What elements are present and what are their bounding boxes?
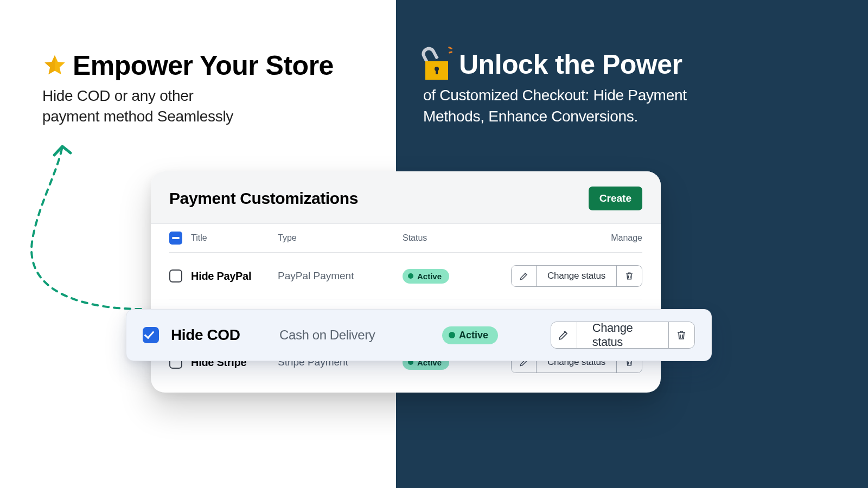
trash-icon — [675, 329, 688, 342]
change-status-button[interactable]: Change status — [537, 266, 617, 286]
status-badge: Active — [442, 326, 498, 344]
hero-right-sub-line1: of Customized Checkout: Hide Payment — [423, 87, 687, 104]
hero-left-sub-line1: Hide COD or any other — [42, 87, 194, 104]
select-all-checkbox[interactable] — [169, 232, 182, 245]
table-header: Title Type Status Manage — [151, 224, 661, 253]
status-text: Active — [417, 272, 442, 281]
dashed-arrow-icon — [5, 136, 168, 331]
column-manage: Manage — [511, 233, 642, 243]
unlock-icon — [423, 49, 451, 80]
status-badge: Active — [403, 269, 449, 284]
hero-right-title: Unlock the Power — [459, 49, 682, 80]
table-row-highlighted: Hide COD Cash on Delivery Active Change … — [126, 309, 712, 361]
pencil-icon — [557, 329, 570, 342]
delete-button[interactable] — [669, 322, 694, 348]
column-status: Status — [403, 233, 511, 243]
status-text: Active — [459, 330, 488, 341]
row-actions: Change status — [551, 322, 695, 349]
row-checkbox[interactable] — [169, 269, 182, 282]
row-type: Cash on Delivery — [279, 328, 442, 343]
hero-right-sub-line2: Methods, Enhance Conversions. — [423, 108, 638, 125]
change-status-button[interactable]: Change status — [577, 322, 669, 348]
column-title: Title — [191, 233, 278, 243]
edit-button[interactable] — [551, 322, 577, 348]
trash-icon — [624, 271, 635, 281]
row-title: Hide COD — [171, 326, 279, 344]
create-button[interactable]: Create — [589, 187, 642, 210]
hero-right-sub: of Customized Checkout: Hide Payment Met… — [423, 85, 814, 127]
edit-button[interactable] — [512, 266, 537, 286]
hero-left-title: Empower Your Store — [73, 50, 334, 81]
row-type: PayPal Payment — [278, 270, 403, 282]
star-icon — [42, 53, 67, 78]
row-title: Hide PayPal — [191, 270, 278, 282]
hero-left-sub-line2: payment method Seamlessly — [42, 108, 233, 125]
hero-left: Empower Your Store Hide COD or any other… — [42, 50, 368, 127]
row-actions: Change status — [511, 265, 642, 287]
card-header: Payment Customizations Create — [151, 171, 661, 224]
hero-left-sub: Hide COD or any other payment method Sea… — [42, 86, 368, 127]
column-type: Type — [278, 233, 403, 243]
table-row: Hide PayPal PayPal Payment Active Change… — [169, 253, 642, 299]
row-checkbox-checked[interactable] — [143, 327, 159, 343]
delete-button[interactable] — [617, 266, 642, 286]
card-title: Payment Customizations — [169, 189, 358, 208]
pencil-icon — [519, 271, 529, 281]
hero-right: Unlock the Power of Customized Checkout:… — [423, 49, 814, 127]
